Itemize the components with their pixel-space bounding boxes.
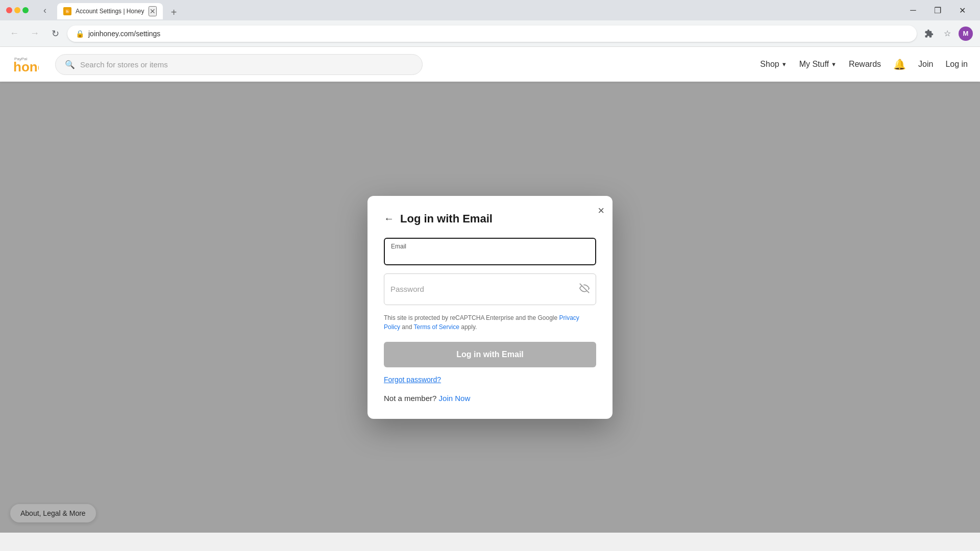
window-controls: ─ ❐ ✕ bbox=[901, 2, 974, 18]
not-member-label: Not a member? bbox=[384, 394, 436, 403]
password-field-container[interactable]: Password bbox=[384, 273, 596, 305]
my-stuff-label: My Stuff bbox=[799, 60, 829, 69]
search-placeholder: Search for stores or items bbox=[80, 60, 168, 69]
password-form-group: Password bbox=[384, 273, 596, 305]
active-tab[interactable]: h Account Settings | Honey ✕ bbox=[57, 3, 163, 19]
profile-avatar: M bbox=[959, 27, 973, 41]
maximize-button[interactable]: ❐ bbox=[926, 2, 949, 18]
email-input[interactable] bbox=[391, 251, 589, 260]
shop-link[interactable]: Shop ▼ bbox=[760, 60, 787, 69]
svg-text:h: h bbox=[66, 10, 68, 13]
new-tab-button[interactable]: + bbox=[167, 5, 181, 19]
not-member-text: Not a member? Join Now bbox=[384, 394, 596, 403]
my-stuff-link[interactable]: My Stuff ▼ bbox=[799, 60, 837, 69]
modal-title: Log in with Email bbox=[400, 212, 493, 226]
nav-links: Shop ▼ My Stuff ▼ Rewards 🔔 Join Log in bbox=[760, 58, 968, 70]
modal-close-button[interactable]: × bbox=[598, 204, 604, 217]
page-background: PayPal honey 🔍 Search for stores or item… bbox=[0, 47, 980, 533]
reload-button[interactable]: ↻ bbox=[47, 26, 63, 42]
join-now-link[interactable]: Join Now bbox=[439, 394, 471, 403]
tab-previous-button[interactable]: ‹ bbox=[37, 2, 53, 18]
content-area: × ← Log in with Email Email Passwor bbox=[0, 82, 980, 533]
honey-navbar: PayPal honey 🔍 Search for stores or item… bbox=[0, 47, 980, 82]
search-bar[interactable]: 🔍 Search for stores or items bbox=[55, 54, 423, 75]
password-toggle-icon[interactable] bbox=[579, 283, 590, 295]
login-modal: × ← Log in with Email Email Passwor bbox=[368, 196, 612, 419]
minimize-button[interactable]: ─ bbox=[901, 2, 925, 18]
profile-button[interactable]: M bbox=[958, 26, 974, 42]
recaptcha-notice: This site is protected by reCAPTCHA Ente… bbox=[384, 313, 596, 332]
extensions-icon[interactable] bbox=[921, 26, 937, 42]
search-icon: 🔍 bbox=[65, 60, 75, 69]
recaptcha-text-1: This site is protected by reCAPTCHA Ente… bbox=[384, 314, 557, 321]
login-button[interactable]: Log in bbox=[945, 60, 968, 69]
window-minimize-dot[interactable] bbox=[14, 7, 20, 13]
rewards-link[interactable]: Rewards bbox=[849, 60, 881, 69]
login-submit-button[interactable]: Log in with Email bbox=[384, 342, 596, 367]
browser-title-bar: ‹ h Account Settings | Honey ✕ + ─ ❐ ✕ bbox=[0, 0, 980, 20]
join-button[interactable]: Join bbox=[918, 60, 933, 69]
window-maximize-dot[interactable] bbox=[22, 7, 29, 13]
email-form-group: Email bbox=[384, 238, 596, 265]
modal-back-button[interactable]: ← bbox=[384, 213, 394, 224]
email-field-container[interactable]: Email bbox=[384, 238, 596, 265]
email-label: Email bbox=[391, 243, 589, 250]
forgot-password-link[interactable]: Forgot password? bbox=[384, 375, 596, 384]
address-bar[interactable]: 🔒 joinhoney.com/settings bbox=[67, 26, 917, 42]
shop-label: Shop bbox=[760, 60, 779, 69]
tab-favicon: h bbox=[63, 7, 71, 15]
rewards-label: Rewards bbox=[849, 60, 881, 69]
recaptcha-text-3: apply. bbox=[461, 323, 477, 331]
browser-toolbar: ← → ↻ 🔒 joinhoney.com/settings ☆ M bbox=[0, 20, 980, 47]
close-button[interactable]: ✕ bbox=[950, 2, 974, 18]
notifications-bell[interactable]: 🔔 bbox=[893, 58, 906, 70]
honey-logo[interactable]: PayPal honey bbox=[12, 51, 39, 78]
my-stuff-dropdown-icon: ▼ bbox=[831, 61, 837, 67]
terms-of-service-link[interactable]: Terms of Service bbox=[414, 323, 459, 331]
tab-close-button[interactable]: ✕ bbox=[149, 6, 157, 16]
toolbar-icons: ☆ M bbox=[921, 26, 974, 42]
lock-icon: 🔒 bbox=[76, 30, 84, 38]
modal-overlay: × ← Log in with Email Email Passwor bbox=[0, 82, 980, 533]
shop-dropdown-icon: ▼ bbox=[781, 61, 787, 67]
recaptcha-and: and bbox=[402, 323, 412, 331]
forward-button[interactable]: → bbox=[27, 26, 43, 42]
back-button[interactable]: ← bbox=[6, 26, 22, 42]
password-placeholder: Password bbox=[390, 285, 424, 293]
tab-title: Account Settings | Honey bbox=[76, 8, 144, 15]
svg-text:honey: honey bbox=[13, 59, 39, 74]
modal-header: ← Log in with Email bbox=[384, 212, 596, 226]
window-close-dot[interactable] bbox=[6, 7, 12, 13]
star-icon[interactable]: ☆ bbox=[939, 26, 955, 42]
address-text: joinhoney.com/settings bbox=[88, 30, 909, 38]
